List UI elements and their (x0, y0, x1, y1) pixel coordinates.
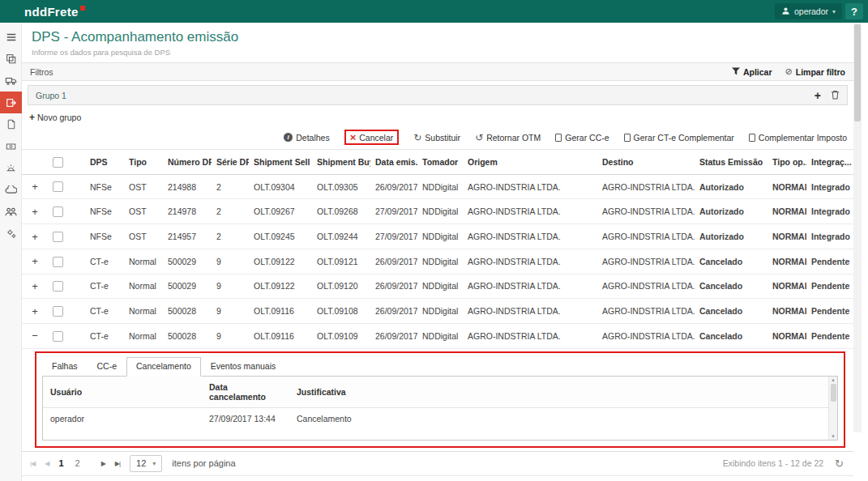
detail-body: operador27/09/2017 13:44Cancelamento (43, 407, 837, 429)
app-header: nddFrete operador ▾ ? (0, 0, 868, 23)
sidebar-item-emission-icon[interactable] (0, 92, 22, 113)
column-header[interactable]: Série DPS (212, 150, 249, 175)
refresh-icon[interactable]: ↻ (835, 458, 844, 470)
table-row[interactable]: +NFSeOST2149782OLT.09267OLT.0926827/09/2… (22, 199, 853, 224)
detalhes-button[interactable]: iDetalhes (284, 133, 329, 143)
gerar-cc-e-button[interactable]: Gerar CC-e (555, 133, 609, 143)
cell-tipo_op: NORMAL (768, 324, 806, 349)
apply-filter-button[interactable]: Aplicar (732, 66, 772, 77)
select-all-checkbox[interactable] (53, 157, 63, 168)
filter-group-panel[interactable]: Grupo 1 + (28, 85, 848, 105)
expand-toggle[interactable]: + (22, 274, 48, 299)
sidebar-item-users-icon[interactable] (0, 201, 22, 223)
next-page-button[interactable]: ▶ (101, 460, 105, 467)
column-header[interactable]: Número DPS (163, 150, 212, 175)
tab-eventos-manuais[interactable]: Eventos manuais (201, 357, 286, 376)
complementar-imposto-button[interactable]: Complementar Imposto (749, 133, 847, 143)
column-header[interactable]: Tipo op... (768, 150, 806, 175)
delete-group-icon[interactable] (831, 90, 840, 101)
tab-cancelamento[interactable]: Cancelamento (126, 357, 201, 377)
prev-page-button[interactable]: ◀ (45, 460, 49, 467)
row-checkbox[interactable] (53, 181, 63, 192)
column-header[interactable]: Shipment Sell (249, 150, 312, 175)
column-header[interactable]: Data emis... (370, 150, 417, 175)
scroll-down-icon[interactable]: ▼ (831, 434, 836, 439)
column-header[interactable]: Tipo (124, 150, 163, 175)
row-checkbox[interactable] (53, 331, 63, 342)
scroll-thumb[interactable] (831, 384, 836, 402)
table-row[interactable]: +NFSeOST2149572OLT.09245OLT.0924427/09/2… (22, 224, 853, 249)
detail-row[interactable]: operador27/09/2017 13:44Cancelamento (43, 407, 837, 429)
expand-toggle[interactable]: + (22, 299, 48, 324)
row-checkbox[interactable] (53, 306, 63, 317)
cell-integracao: Integrado (806, 199, 853, 224)
cell-tomador: NDDigital (417, 249, 463, 274)
help-button[interactable]: ? (845, 3, 863, 19)
detail-column-header: Usuário (43, 377, 202, 408)
user-menu-button[interactable]: operador ▾ (775, 3, 842, 19)
page-button-2[interactable]: 2 (75, 458, 80, 468)
cell-data_emissao: 26/09/2017 (370, 299, 417, 324)
table-row[interactable]: +NFSeOST2149882OLT.09304OLT.0930526/09/2… (22, 174, 853, 199)
new-group-button[interactable]: + Novo grupo (29, 112, 81, 123)
sidebar-item-truck-icon[interactable] (0, 70, 22, 92)
column-header[interactable]: DPS (85, 150, 124, 175)
cancelar-button[interactable]: ×Cancelar (344, 130, 400, 145)
table-row[interactable]: +CT-eNormal5000289OLT.09116OLT.0910826/0… (22, 299, 853, 324)
sidebar-item-cloud-icon[interactable] (0, 179, 22, 201)
cell-data_emissao: 27/09/2017 (370, 224, 417, 249)
gerar-ct-e-complementar-button[interactable]: Gerar CT-e Complementar (624, 133, 734, 143)
scroll-up-icon[interactable]: ▲ (831, 377, 836, 382)
expand-toggle[interactable]: + (22, 174, 48, 199)
table-row[interactable]: +CT-eNormal5000299OLT.09122OLT.0912026/0… (22, 274, 853, 299)
column-header[interactable]: Destino (597, 150, 695, 175)
column-header[interactable]: Integraç... (806, 150, 853, 175)
row-checkbox[interactable] (53, 206, 63, 217)
brand-logo[interactable]: nddFrete (24, 5, 85, 19)
table-row[interactable]: +CT-eNormal5000299OLT.09122OLT.0912126/0… (22, 249, 853, 274)
page-title: DPS - Acompanhamento emissão (32, 29, 853, 45)
row-checkbox[interactable] (53, 281, 63, 292)
page-size-select[interactable]: 12 ▾ (130, 455, 162, 472)
file-icon (749, 134, 755, 142)
detail-scrollbar[interactable]: ▲ ▼ (828, 377, 837, 440)
scroll-thumb[interactable] (854, 24, 861, 121)
row-checkbox[interactable] (53, 257, 63, 267)
retornar-otm-button[interactable]: ↺Retornar OTM (475, 133, 541, 143)
page-button-1[interactable]: 1 (58, 458, 63, 468)
toolbar-action-label: Complementar Imposto (759, 133, 847, 143)
column-header[interactable]: Origem (463, 150, 597, 175)
expand-toggle[interactable]: + (22, 199, 48, 224)
sidebar-item-menu-icon[interactable] (0, 26, 22, 48)
pager-summary: Exibindo itens 1 - 12 de 22 (723, 458, 823, 468)
cell-tomador: NDDigital (417, 299, 463, 324)
sidebar-item-copy-icon[interactable] (0, 48, 22, 70)
sidebar-item-settings-icon[interactable] (0, 223, 22, 245)
expand-toggle[interactable]: + (22, 224, 48, 249)
tab-falhas[interactable]: Falhas (42, 357, 88, 376)
cell-tipo: Normal (124, 299, 163, 324)
sidebar-item-alert-icon[interactable] (0, 157, 22, 179)
file-icon (624, 134, 631, 142)
expand-toggle[interactable]: − (22, 324, 48, 349)
sidebar-item-money-icon[interactable] (0, 135, 22, 157)
filters-actions: Aplicar ⊘ Limpar filtro (732, 66, 845, 77)
sidebar-item-document-icon[interactable] (0, 113, 22, 135)
vertical-scrollbar[interactable] (853, 23, 862, 432)
cell-destino: AGRO-INDSTRIA LTDA. (597, 224, 695, 249)
substituir-button[interactable]: ↻Substituir (413, 133, 460, 143)
last-page-button[interactable]: ▶| (115, 460, 120, 467)
add-filter-icon[interactable]: + (815, 90, 821, 101)
cell-tipo_op: NORMAL (768, 299, 806, 324)
column-header[interactable]: Tomador (417, 150, 463, 175)
row-checkbox[interactable] (53, 232, 63, 242)
expand-toggle[interactable]: + (22, 249, 48, 274)
column-header[interactable]: Shipment Buy (312, 150, 370, 175)
column-header[interactable]: Status Emissão (695, 150, 768, 175)
table-row[interactable]: −CT-eNormal5000289OLT.09116OLT.0910926/0… (22, 324, 853, 349)
tab-cc-e[interactable]: CC-e (88, 357, 127, 376)
cell-tomador: NDDigital (417, 174, 463, 199)
clear-filter-button[interactable]: ⊘ Limpar filtro (785, 66, 845, 77)
first-page-button[interactable]: |◀ (30, 460, 35, 467)
cell-shipment_buy: OLT.09120 (312, 274, 370, 299)
